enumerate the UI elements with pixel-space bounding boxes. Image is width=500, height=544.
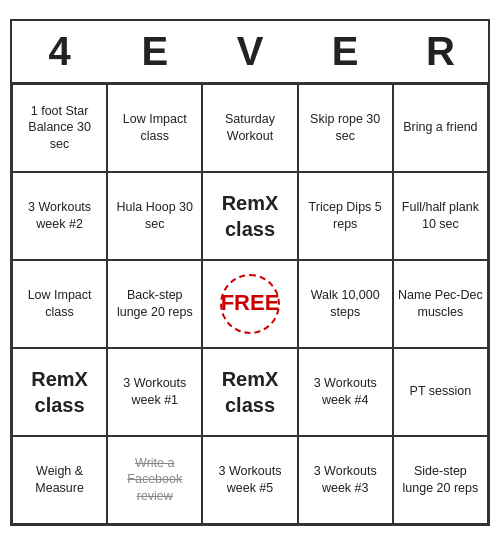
bingo-cell-4: Bring a friend [393, 84, 488, 172]
bingo-cell-0: 1 foot Star Balance 30 sec [12, 84, 107, 172]
bingo-cell-13: Walk 10,000 steps [298, 260, 393, 348]
bingo-cell-20: Weigh & Measure [12, 436, 107, 524]
bingo-cell-15: RemX class [12, 348, 107, 436]
bingo-cell-21: Write a Facebook review [107, 436, 202, 524]
bingo-cell-1: Low Impact class [107, 84, 202, 172]
header-letter-0: 4 [12, 29, 107, 74]
bingo-card: 4 E V E R 1 foot Star Balance 30 secLow … [10, 19, 490, 526]
bingo-cell-6: Hula Hoop 30 sec [107, 172, 202, 260]
header-letter-4: R [393, 29, 488, 74]
bingo-cell-22: 3 Workouts week #5 [202, 436, 297, 524]
bingo-header: 4 E V E R [12, 21, 488, 84]
bingo-cell-19: PT session [393, 348, 488, 436]
bingo-cell-10: Low Impact class [12, 260, 107, 348]
header-letter-2: V [202, 29, 297, 74]
header-letter-3: E [298, 29, 393, 74]
bingo-cell-9: Full/half plank 10 sec [393, 172, 488, 260]
bingo-cell-7: RemX class [202, 172, 297, 260]
bingo-cell-12: FREE [202, 260, 297, 348]
bingo-cell-17: RemX class [202, 348, 297, 436]
bingo-cell-14: Name Pec-Dec muscles [393, 260, 488, 348]
bingo-grid: 1 foot Star Balance 30 secLow Impact cla… [12, 84, 488, 524]
bingo-cell-5: 3 Workouts week #2 [12, 172, 107, 260]
bingo-cell-24: Side-step lunge 20 reps [393, 436, 488, 524]
bingo-cell-11: Back-step lunge 20 reps [107, 260, 202, 348]
bingo-cell-3: Skip rope 30 sec [298, 84, 393, 172]
bingo-cell-16: 3 Workouts week #1 [107, 348, 202, 436]
bingo-cell-2: Saturday Workout [202, 84, 297, 172]
header-letter-1: E [107, 29, 202, 74]
bingo-cell-18: 3 Workouts week #4 [298, 348, 393, 436]
bingo-cell-8: Tricep Dips 5 reps [298, 172, 393, 260]
bingo-cell-23: 3 Workouts week #3 [298, 436, 393, 524]
